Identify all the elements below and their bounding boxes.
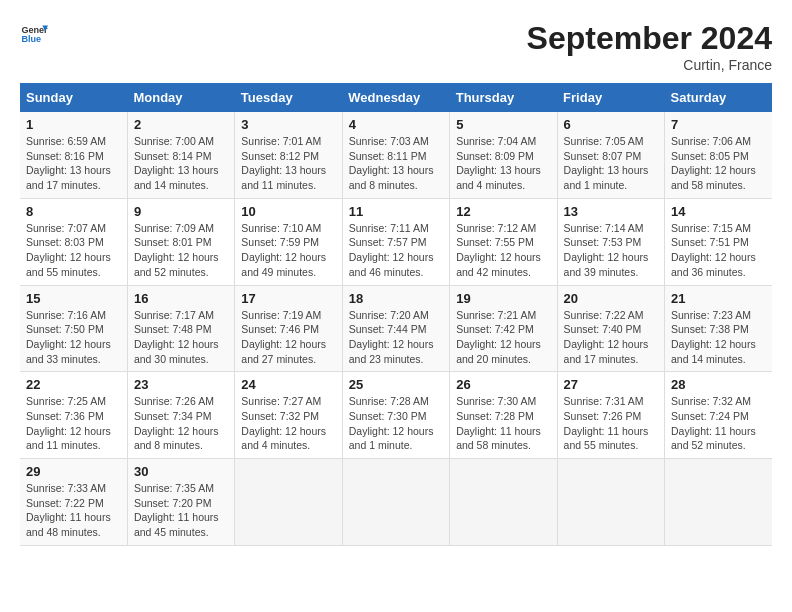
calendar-cell: 14 Sunrise: 7:15 AM Sunset: 7:51 PM Dayl… xyxy=(665,198,772,285)
day-info: Sunrise: 7:26 AM Sunset: 7:34 PM Dayligh… xyxy=(134,394,228,453)
calendar-table: SundayMondayTuesdayWednesdayThursdayFrid… xyxy=(20,83,772,546)
day-info: Sunrise: 7:04 AM Sunset: 8:09 PM Dayligh… xyxy=(456,134,550,193)
calendar-cell xyxy=(450,459,557,546)
calendar-cell: 4 Sunrise: 7:03 AM Sunset: 8:11 PM Dayli… xyxy=(342,112,449,198)
day-info: Sunrise: 7:17 AM Sunset: 7:48 PM Dayligh… xyxy=(134,308,228,367)
page-header: General Blue September 2024 Curtin, Fran… xyxy=(20,20,772,73)
day-number: 10 xyxy=(241,204,335,219)
calendar-cell xyxy=(557,459,664,546)
calendar-cell: 7 Sunrise: 7:06 AM Sunset: 8:05 PM Dayli… xyxy=(665,112,772,198)
day-number: 14 xyxy=(671,204,766,219)
day-info: Sunrise: 7:10 AM Sunset: 7:59 PM Dayligh… xyxy=(241,221,335,280)
day-info: Sunrise: 7:27 AM Sunset: 7:32 PM Dayligh… xyxy=(241,394,335,453)
calendar-cell: 21 Sunrise: 7:23 AM Sunset: 7:38 PM Dayl… xyxy=(665,285,772,372)
calendar-cell: 22 Sunrise: 7:25 AM Sunset: 7:36 PM Dayl… xyxy=(20,372,127,459)
day-info: Sunrise: 7:33 AM Sunset: 7:22 PM Dayligh… xyxy=(26,481,121,540)
day-info: Sunrise: 7:14 AM Sunset: 7:53 PM Dayligh… xyxy=(564,221,658,280)
week-row-3: 15 Sunrise: 7:16 AM Sunset: 7:50 PM Dayl… xyxy=(20,285,772,372)
day-info: Sunrise: 7:30 AM Sunset: 7:28 PM Dayligh… xyxy=(456,394,550,453)
days-header-row: SundayMondayTuesdayWednesdayThursdayFrid… xyxy=(20,83,772,112)
day-number: 11 xyxy=(349,204,443,219)
month-title: September 2024 xyxy=(527,20,772,57)
day-number: 1 xyxy=(26,117,121,132)
day-info: Sunrise: 7:15 AM Sunset: 7:51 PM Dayligh… xyxy=(671,221,766,280)
day-number: 17 xyxy=(241,291,335,306)
title-block: September 2024 Curtin, France xyxy=(527,20,772,73)
day-number: 26 xyxy=(456,377,550,392)
day-info: Sunrise: 7:00 AM Sunset: 8:14 PM Dayligh… xyxy=(134,134,228,193)
week-row-2: 8 Sunrise: 7:07 AM Sunset: 8:03 PM Dayli… xyxy=(20,198,772,285)
calendar-cell: 17 Sunrise: 7:19 AM Sunset: 7:46 PM Dayl… xyxy=(235,285,342,372)
day-number: 25 xyxy=(349,377,443,392)
day-info: Sunrise: 7:16 AM Sunset: 7:50 PM Dayligh… xyxy=(26,308,121,367)
day-number: 7 xyxy=(671,117,766,132)
day-info: Sunrise: 7:22 AM Sunset: 7:40 PM Dayligh… xyxy=(564,308,658,367)
calendar-cell: 29 Sunrise: 7:33 AM Sunset: 7:22 PM Dayl… xyxy=(20,459,127,546)
column-header-friday: Friday xyxy=(557,83,664,112)
day-info: Sunrise: 7:31 AM Sunset: 7:26 PM Dayligh… xyxy=(564,394,658,453)
column-header-saturday: Saturday xyxy=(665,83,772,112)
day-number: 24 xyxy=(241,377,335,392)
calendar-cell: 15 Sunrise: 7:16 AM Sunset: 7:50 PM Dayl… xyxy=(20,285,127,372)
week-row-1: 1 Sunrise: 6:59 AM Sunset: 8:16 PM Dayli… xyxy=(20,112,772,198)
calendar-cell xyxy=(342,459,449,546)
day-number: 6 xyxy=(564,117,658,132)
day-info: Sunrise: 7:25 AM Sunset: 7:36 PM Dayligh… xyxy=(26,394,121,453)
calendar-cell: 26 Sunrise: 7:30 AM Sunset: 7:28 PM Dayl… xyxy=(450,372,557,459)
column-header-thursday: Thursday xyxy=(450,83,557,112)
calendar-cell: 25 Sunrise: 7:28 AM Sunset: 7:30 PM Dayl… xyxy=(342,372,449,459)
calendar-cell: 6 Sunrise: 7:05 AM Sunset: 8:07 PM Dayli… xyxy=(557,112,664,198)
calendar-cell: 19 Sunrise: 7:21 AM Sunset: 7:42 PM Dayl… xyxy=(450,285,557,372)
day-info: Sunrise: 7:23 AM Sunset: 7:38 PM Dayligh… xyxy=(671,308,766,367)
calendar-cell: 24 Sunrise: 7:27 AM Sunset: 7:32 PM Dayl… xyxy=(235,372,342,459)
calendar-cell: 5 Sunrise: 7:04 AM Sunset: 8:09 PM Dayli… xyxy=(450,112,557,198)
day-number: 29 xyxy=(26,464,121,479)
day-info: Sunrise: 7:20 AM Sunset: 7:44 PM Dayligh… xyxy=(349,308,443,367)
day-info: Sunrise: 7:12 AM Sunset: 7:55 PM Dayligh… xyxy=(456,221,550,280)
day-info: Sunrise: 7:01 AM Sunset: 8:12 PM Dayligh… xyxy=(241,134,335,193)
calendar-cell: 18 Sunrise: 7:20 AM Sunset: 7:44 PM Dayl… xyxy=(342,285,449,372)
calendar-cell: 11 Sunrise: 7:11 AM Sunset: 7:57 PM Dayl… xyxy=(342,198,449,285)
column-header-monday: Monday xyxy=(127,83,234,112)
calendar-cell: 23 Sunrise: 7:26 AM Sunset: 7:34 PM Dayl… xyxy=(127,372,234,459)
day-number: 12 xyxy=(456,204,550,219)
day-number: 18 xyxy=(349,291,443,306)
week-row-4: 22 Sunrise: 7:25 AM Sunset: 7:36 PM Dayl… xyxy=(20,372,772,459)
day-info: Sunrise: 7:03 AM Sunset: 8:11 PM Dayligh… xyxy=(349,134,443,193)
day-info: Sunrise: 7:21 AM Sunset: 7:42 PM Dayligh… xyxy=(456,308,550,367)
day-info: Sunrise: 7:11 AM Sunset: 7:57 PM Dayligh… xyxy=(349,221,443,280)
calendar-cell: 20 Sunrise: 7:22 AM Sunset: 7:40 PM Dayl… xyxy=(557,285,664,372)
logo-icon: General Blue xyxy=(20,20,48,48)
day-number: 2 xyxy=(134,117,228,132)
day-number: 19 xyxy=(456,291,550,306)
calendar-cell: 9 Sunrise: 7:09 AM Sunset: 8:01 PM Dayli… xyxy=(127,198,234,285)
day-number: 23 xyxy=(134,377,228,392)
calendar-cell: 30 Sunrise: 7:35 AM Sunset: 7:20 PM Dayl… xyxy=(127,459,234,546)
calendar-cell: 10 Sunrise: 7:10 AM Sunset: 7:59 PM Dayl… xyxy=(235,198,342,285)
day-number: 28 xyxy=(671,377,766,392)
day-info: Sunrise: 7:19 AM Sunset: 7:46 PM Dayligh… xyxy=(241,308,335,367)
day-info: Sunrise: 7:35 AM Sunset: 7:20 PM Dayligh… xyxy=(134,481,228,540)
column-header-wednesday: Wednesday xyxy=(342,83,449,112)
day-number: 3 xyxy=(241,117,335,132)
day-info: Sunrise: 7:09 AM Sunset: 8:01 PM Dayligh… xyxy=(134,221,228,280)
location: Curtin, France xyxy=(527,57,772,73)
day-number: 30 xyxy=(134,464,228,479)
calendar-cell: 2 Sunrise: 7:00 AM Sunset: 8:14 PM Dayli… xyxy=(127,112,234,198)
day-number: 16 xyxy=(134,291,228,306)
day-number: 20 xyxy=(564,291,658,306)
calendar-cell: 8 Sunrise: 7:07 AM Sunset: 8:03 PM Dayli… xyxy=(20,198,127,285)
day-number: 22 xyxy=(26,377,121,392)
calendar-cell: 28 Sunrise: 7:32 AM Sunset: 7:24 PM Dayl… xyxy=(665,372,772,459)
calendar-cell: 12 Sunrise: 7:12 AM Sunset: 7:55 PM Dayl… xyxy=(450,198,557,285)
day-info: Sunrise: 7:05 AM Sunset: 8:07 PM Dayligh… xyxy=(564,134,658,193)
svg-text:Blue: Blue xyxy=(21,34,41,44)
day-info: Sunrise: 7:32 AM Sunset: 7:24 PM Dayligh… xyxy=(671,394,766,453)
calendar-cell: 3 Sunrise: 7:01 AM Sunset: 8:12 PM Dayli… xyxy=(235,112,342,198)
week-row-5: 29 Sunrise: 7:33 AM Sunset: 7:22 PM Dayl… xyxy=(20,459,772,546)
calendar-cell: 27 Sunrise: 7:31 AM Sunset: 7:26 PM Dayl… xyxy=(557,372,664,459)
day-number: 9 xyxy=(134,204,228,219)
calendar-cell: 1 Sunrise: 6:59 AM Sunset: 8:16 PM Dayli… xyxy=(20,112,127,198)
column-header-sunday: Sunday xyxy=(20,83,127,112)
day-number: 27 xyxy=(564,377,658,392)
